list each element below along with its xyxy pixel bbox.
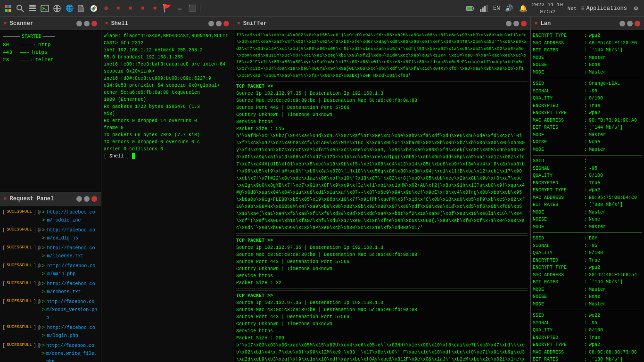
lan-row: QUALITY:0/100 (533, 95, 642, 102)
req-icon: @ (38, 244, 41, 252)
svg-rect-17 (473, 8, 474, 9)
applications-label: Applications (586, 5, 627, 12)
files2-icon[interactable] (76, 3, 87, 14)
shell-section: ✖ Shell wlan0: flags=4163<UP,BROADCAST,R… (101, 17, 233, 362)
terminal-icon[interactable] (40, 3, 50, 14)
lan-val: wpa2 (589, 32, 600, 40)
request-item[interactable]: [SUCESSFULL]@>>http://faceboo.com/licens… (2, 244, 99, 261)
scanner-port-80: 80 ————→ http (3, 42, 98, 48)
scanner-maximize[interactable] (84, 21, 90, 26)
req-arrow: >> (42, 280, 46, 296)
sniffer-minimize[interactable] (506, 21, 512, 26)
req-url[interactable]: http://faceboo.com/en_dlg.js (47, 226, 99, 242)
request-content: [SUCESSFULL]@>>http://faceboo.com/module… (0, 206, 101, 362)
tool4-icon[interactable]: ✖ (150, 3, 160, 14)
lan-val: ['300 Mb/s'] (589, 201, 623, 209)
lan-minimize[interactable] (619, 21, 625, 26)
lan-section: ✖ Lan ENCRYPT TYPE:wpa2MAC ADDRESS:A8:F5… (531, 17, 644, 362)
lan-key: ENCRYPTED (533, 334, 582, 342)
lan-row: MODE:Master (533, 209, 642, 216)
files-icon[interactable] (27, 3, 38, 14)
chrome-icon[interactable] (89, 3, 99, 14)
shell-line: c34:9e53 prefixlen 64 scopeid 0x0<global… (104, 82, 231, 89)
req-url[interactable]: http://faceboo.com/robots.txt (47, 280, 99, 296)
shell-prompt-text: [ Shell ] (104, 154, 132, 159)
lan-key: QUALITY (533, 327, 582, 334)
shell-minimize[interactable] (208, 21, 214, 26)
scanner-section: ✖ Scanner —————— STARTED ———— 80 ————→ h (0, 17, 101, 192)
request-minimize[interactable] (76, 196, 82, 202)
req-url[interactable]: http://faceboo.com/module.inc (47, 208, 99, 224)
port-443-num: 443 (3, 49, 17, 55)
request-item[interactable]: [SUCESSFULL]@>>http://faceboo.com/login.… (2, 323, 99, 340)
tool2-icon[interactable]: ✖ (125, 3, 136, 14)
request-maximize[interactable] (84, 196, 90, 202)
shell-maximize[interactable] (216, 21, 222, 26)
src-mac-label: Source Mac c8:0c:c8:c9:89:be | Destenati… (236, 98, 417, 103)
request-item[interactable]: [SUCESSFULL]@>>http://faceboo.com/en_dlg… (2, 226, 99, 243)
req-bracket-close: ] (33, 342, 36, 350)
terminal2-icon[interactable]: ⬛ (187, 3, 197, 14)
flag-icon[interactable]: 🚩 (162, 3, 173, 14)
applications-button[interactable]: ≡ Applications (581, 5, 627, 12)
lan-colon: : (584, 341, 587, 349)
lan-val: 30:42:40:E1:60:54 (589, 272, 637, 279)
separator (200, 4, 200, 13)
svg-rect-22 (486, 5, 487, 12)
req-url[interactable]: http://faceboo.com/login.php (47, 324, 99, 340)
scanner-close[interactable] (91, 21, 97, 26)
request-item[interactable]: [SUCESSFULL]@>>http://faceboo.com/main.p… (2, 262, 99, 279)
sniffer-packet: TCP PACKET >>Source Ip 102.132.97.35 | D… (236, 290, 528, 362)
lan-close[interactable] (635, 21, 640, 26)
network-icon[interactable]: 🌐 (64, 3, 74, 14)
burp-icon[interactable]: ⊗ (101, 3, 111, 14)
country-label: Country Unknown | Timezone Unknown (236, 112, 332, 117)
lan-val: ['144 Mb/s'] (589, 279, 623, 286)
app-icon-1[interactable] (3, 3, 13, 14)
tool1-icon[interactable]: ✖ (113, 3, 124, 14)
req-url[interactable]: http://faceboo.com/license.txt (47, 244, 99, 260)
sniffer-maximize[interactable] (513, 21, 519, 26)
tcp-header: TCP PACKET >> (236, 293, 273, 298)
req-icon: @ (38, 262, 41, 270)
scanner-minimize[interactable] (76, 21, 82, 26)
lan-colon: : (584, 172, 587, 180)
shell-line: MiB) (104, 110, 231, 117)
browser-icon[interactable] (52, 3, 62, 14)
volume-icon[interactable]: 🔊 (504, 3, 514, 14)
search-icon[interactable] (15, 3, 25, 14)
settings-icon[interactable]: ⚙ (631, 3, 641, 14)
notifications-icon[interactable]: 🔔 (518, 3, 528, 14)
req-badge: SUCESSFULL (7, 208, 32, 215)
request-win-buttons (76, 196, 97, 202)
request-item[interactable]: [SUCESSFULL]@>>http://faceboo.com/module… (2, 208, 99, 225)
lan-row: ENCRYPT TYPE:wpa2 (533, 109, 642, 117)
lan-val: ['130 Mb/s'] (589, 356, 623, 362)
tool3-icon[interactable]: ✖ (138, 3, 148, 14)
sniffer-close[interactable] (521, 21, 527, 26)
lan-key: MODE (533, 286, 582, 294)
lan-row: SIGNAL:-95 (533, 88, 642, 95)
request-close[interactable] (91, 196, 97, 202)
lan-divider (533, 78, 642, 78)
country-label: Country Unknown | Timezone Unknown (236, 266, 332, 272)
request-item[interactable]: [SUCESSFULL]@>>http://faceboo.com/core.w… (2, 341, 99, 362)
req-url[interactable]: http://faceboo.com/xoops_version.php (46, 298, 99, 322)
lan-val: -95 (589, 320, 597, 327)
lan-maximize[interactable] (627, 21, 633, 26)
lan-val: Master (589, 146, 606, 154)
request-item[interactable]: [SUCESSFULL]@>>http://faceboo.com/robots… (2, 280, 99, 296)
shell-title: Shell (111, 20, 128, 27)
req-url[interactable]: http://faceboo.com/main.php (47, 262, 99, 278)
req-bracket-open: [ (2, 244, 5, 252)
req-arrow: >> (42, 262, 46, 278)
req-badge: SUCESSFULL (7, 262, 32, 269)
lan-val: we22 (589, 312, 600, 320)
packet-data: b'\x17\x03\x03\x00\xac\x05M\x15\x82U\xcx… (236, 343, 525, 362)
request-item[interactable]: [SUCESSFULL]@>>http://faceboo.com/xoops_… (2, 297, 99, 322)
req-badge: SUCESSFULL (7, 342, 32, 349)
req-url[interactable]: http://faceboo.com/core.write_file.php (46, 342, 99, 362)
shell-close[interactable] (223, 21, 229, 26)
lan-key: MAC ADDRESS (533, 194, 582, 202)
sniffer-divider (236, 233, 528, 234)
